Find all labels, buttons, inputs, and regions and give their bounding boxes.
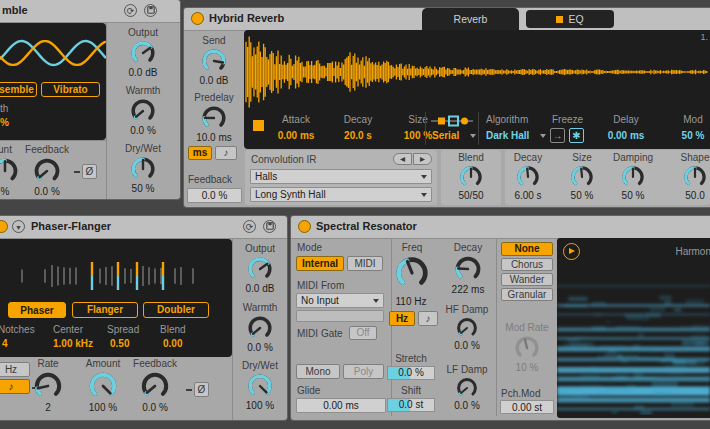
chorus-warmth-knob[interactable]: Warmth0.0 % — [110, 85, 176, 136]
voices-poly-button[interactable]: Poly — [343, 364, 384, 379]
device-activator-led[interactable] — [0, 220, 8, 233]
knob-value[interactable]: 6.00 s — [505, 190, 556, 201]
phaser-amount-knob[interactable]: Amount100 % — [75, 358, 131, 413]
ir-file-dropdown[interactable]: Long Synth Hall — [250, 187, 432, 202]
predelay-sync-note-button[interactable]: ♪ — [215, 146, 237, 160]
delay-value[interactable]: 0.00 ms — [600, 130, 652, 141]
freeze-button[interactable]: ✱ — [569, 128, 584, 143]
save-preset-icon[interactable] — [263, 220, 276, 233]
predelay-ms-button[interactable]: ms — [188, 146, 212, 160]
knob-value[interactable]: 10.0 ms — [186, 132, 242, 143]
phaser-phase-invert-button[interactable]: Ø — [194, 382, 209, 397]
mode-phaser-button[interactable]: Phaser — [8, 302, 66, 318]
vibrato-mode-button[interactable]: Vibrato — [41, 82, 100, 97]
preview-play-button[interactable] — [563, 243, 580, 260]
mode-midi-button[interactable]: MIDI — [347, 256, 383, 271]
knob-value[interactable]: 0.0 % — [25, 186, 69, 197]
spread-value[interactable]: 0.50 — [110, 338, 129, 349]
attack-enable-square[interactable] — [253, 120, 264, 131]
phaser-output-knob[interactable]: Output0.0 dB — [234, 243, 286, 294]
knob-value[interactable]: 100 % — [234, 400, 286, 411]
knob-value[interactable]: 100 % — [75, 402, 131, 413]
freq-hz-button[interactable]: Hz — [389, 311, 415, 326]
phaser-rate-knob[interactable]: Rate2 — [20, 358, 76, 413]
knob-value[interactable]: 2 — [20, 402, 76, 413]
mode-internal-button[interactable]: Internal — [296, 256, 344, 271]
voices-mono-button[interactable]: Mono — [296, 364, 340, 379]
knob-value[interactable]: 0.0 % — [441, 400, 493, 411]
tab-reverb[interactable]: Reverb — [422, 8, 519, 30]
lf-damp-knob[interactable]: LF Damp0.0 % — [441, 364, 493, 411]
ir-prev-button[interactable]: ◂ — [393, 153, 412, 165]
device-activator-led[interactable] — [191, 12, 204, 25]
mod-rate-knob[interactable]: Mod Rate10 % — [499, 322, 555, 373]
reverb-blend-knob[interactable]: Blend50/50 — [441, 152, 501, 201]
knob-value[interactable]: 50 % — [605, 190, 661, 201]
midi-gate-button[interactable]: Off — [349, 326, 377, 340]
tab-eq[interactable]: EQ — [526, 10, 614, 28]
phaser-warmth-knob[interactable]: Warmth0.0 % — [234, 302, 286, 353]
ir-next-button[interactable]: ▸ — [413, 153, 432, 165]
stretch-slider[interactable]: 0.0 % — [387, 366, 435, 380]
knob-value[interactable]: 0.0 % — [127, 402, 183, 413]
pchmod-field[interactable]: 0.00 st — [500, 400, 554, 414]
knob-value[interactable]: 0.0 dB — [234, 283, 286, 294]
hot-swap-icon[interactable]: ⟳ — [243, 220, 256, 233]
knob-value[interactable]: 50 % — [110, 183, 176, 194]
hybrid-feedback-field[interactable]: 0.0 % — [187, 188, 242, 203]
hybrid-send-knob[interactable]: Send0.0 dB — [188, 35, 240, 86]
spectral-decay-knob[interactable]: Decay222 ms — [444, 242, 492, 295]
knob-value[interactable]: 0.0 dB — [110, 67, 176, 78]
knob-value[interactable]: 0.0 % — [110, 125, 176, 136]
chorus-drywet-knob[interactable]: Dry/Wet50 % — [110, 143, 176, 194]
ensemble-mode-button[interactable]: semble — [0, 82, 37, 97]
phaser-drywet-knob[interactable]: Dry/Wet100 % — [234, 360, 286, 411]
mod-granular-button[interactable]: Granular — [501, 288, 553, 301]
fold-device-icon[interactable]: ▼ — [12, 220, 25, 233]
freeze-route-button[interactable]: → — [550, 128, 565, 143]
decay-value[interactable]: 20.0 s — [328, 130, 388, 141]
notches-value[interactable]: 4 — [2, 338, 8, 349]
midi-channel-field[interactable] — [296, 310, 384, 322]
freq-value[interactable]: 110 Hz — [386, 296, 436, 307]
mod-none-button[interactable]: None — [501, 242, 553, 256]
reverb-decay-knob[interactable]: Decay6.00 s — [505, 152, 556, 201]
glide-field[interactable]: 0.00 ms — [296, 398, 386, 413]
reverb-size-knob[interactable]: Size50 % — [554, 152, 610, 201]
chorus-width-value[interactable]: % — [0, 117, 9, 128]
eq-enable-square[interactable] — [556, 16, 563, 23]
freq-sync-note-button[interactable]: ♪ — [418, 311, 438, 326]
midi-from-dropdown[interactable]: No Input — [296, 293, 384, 308]
knob-value[interactable]: 10 % — [499, 362, 555, 373]
spectral-freq-knob[interactable] — [391, 254, 433, 292]
chorus-output-knob[interactable]: Output0.0 dB — [110, 27, 176, 78]
knob-value[interactable]: 0.0 dB — [188, 75, 240, 86]
blend-value[interactable]: 0.00 — [163, 338, 182, 349]
mode-flanger-button[interactable]: Flanger — [72, 302, 138, 318]
hf-damp-knob[interactable]: HF Damp0.0 % — [441, 304, 493, 351]
knob-value[interactable]: 0.0 % — [441, 340, 493, 351]
reverb-damping-knob[interactable]: Damping50 % — [605, 152, 661, 201]
knob-value[interactable]: 50/50 — [441, 190, 501, 201]
knob-value[interactable]: 50.0 — [667, 190, 710, 201]
save-preset-icon[interactable] — [144, 4, 157, 17]
routing-selector[interactable]: Serial — [432, 130, 459, 141]
mod-chorus-button[interactable]: Chorus — [501, 258, 553, 271]
knob-value[interactable]: 50 % — [554, 190, 610, 201]
algorithm-selector[interactable]: Dark Hall — [486, 130, 529, 141]
ir-category-dropdown[interactable]: Halls — [250, 169, 432, 184]
hot-swap-icon[interactable]: ⟳ — [124, 4, 137, 17]
center-value[interactable]: 1.00 kHz — [53, 338, 93, 349]
shift-slider[interactable]: 0.0 st — [387, 398, 435, 412]
attack-value[interactable]: 0.00 ms — [266, 130, 326, 141]
mod-wander-button[interactable]: Wander — [501, 273, 553, 286]
chorus-phase-invert-button[interactable]: Ø — [82, 164, 97, 179]
knob-value[interactable]: 222 ms — [444, 284, 492, 295]
knob-value[interactable]: 0.0 % — [234, 342, 286, 353]
mod-value[interactable]: 50 % — [676, 130, 710, 141]
chorus-feedback-knob[interactable]: Feedback0.0 % — [25, 144, 69, 197]
device-activator-led[interactable] — [298, 220, 311, 233]
mode-doubler-button[interactable]: Doubler — [143, 302, 209, 318]
phaser-feedback-knob[interactable]: Feedback0.0 % — [127, 358, 183, 413]
hybrid-predelay-knob[interactable]: Predelay10.0 ms — [186, 92, 242, 143]
